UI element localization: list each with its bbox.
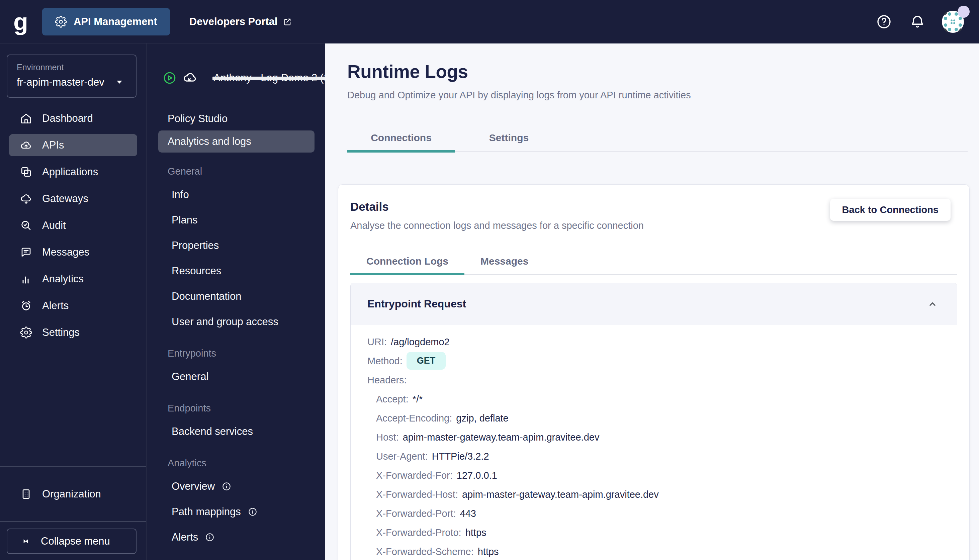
path-mappings-label: Path mappings xyxy=(172,506,241,518)
header-name: X-Forwarded-For: xyxy=(376,470,453,481)
api-menu-resources[interactable]: Resources xyxy=(147,258,325,284)
entrypoint-request-panel: Entrypoint Request URI:/ag/logdemo2 Meth… xyxy=(350,283,957,560)
sidebar-item-gateways[interactable]: Gateways xyxy=(0,185,146,212)
header-row: X-Forwarded-Proto:https xyxy=(367,523,957,542)
header-value: 127.0.0.1 xyxy=(457,470,497,481)
header-value: HTTPie/3.2.2 xyxy=(432,451,489,462)
chevron-up-icon[interactable] xyxy=(927,298,938,310)
collapse-icon xyxy=(20,536,32,547)
details-tabs: Connection Logs Messages xyxy=(350,248,957,275)
header-row: X-Forwarded-Scheme:https xyxy=(367,542,957,560)
api-menu-properties[interactable]: Properties xyxy=(147,233,325,258)
alerts-label: Alerts xyxy=(172,531,198,543)
api-menu-backend-services[interactable]: Backend services xyxy=(147,419,325,444)
tab-settings[interactable]: Settings xyxy=(455,125,563,151)
gravitee-logo[interactable]: g xyxy=(13,12,28,32)
audit-search-check-icon xyxy=(20,220,32,232)
sidebar-item-organization[interactable]: Organization xyxy=(0,467,146,521)
main-sidebar: Environment fr-apim-master-dev Dashboard… xyxy=(0,43,146,560)
user-avatar[interactable] xyxy=(942,10,964,33)
sidebar-item-label: Audit xyxy=(42,220,66,232)
entrypoint-request-header[interactable]: Entrypoint Request xyxy=(351,283,957,325)
environment-selector[interactable]: Environment fr-apim-master-dev xyxy=(7,55,137,98)
cloud-icon xyxy=(20,193,32,205)
info-icon xyxy=(205,532,215,542)
header-name: X-Forwarded-Port: xyxy=(376,508,456,519)
sidebar-item-analytics[interactable]: Analytics xyxy=(0,266,146,292)
api-management-button[interactable]: API Management xyxy=(42,8,170,35)
gear-icon xyxy=(20,327,32,338)
sidebar-item-label: Dashboard xyxy=(42,112,93,125)
organization-building-icon xyxy=(20,488,32,500)
tab-messages[interactable]: Messages xyxy=(464,248,544,274)
headers-label: Headers: xyxy=(367,375,407,385)
presence-badge xyxy=(957,6,970,18)
header-name: Accept: xyxy=(376,394,409,405)
sidebar-item-alerts[interactable]: Alerts xyxy=(0,292,146,319)
header-row: X-Forwarded-Host:apim-master-gateway.tea… xyxy=(367,485,957,504)
developers-portal-label: Developers Portal xyxy=(189,16,278,28)
api-menu-policy-studio[interactable]: Policy Studio xyxy=(147,108,325,130)
alarm-clock-icon xyxy=(20,300,32,312)
header-value: apim-master-gateway.team-apim.gravitee.d… xyxy=(462,489,659,500)
uri-label: URI: xyxy=(367,337,387,347)
collapse-menu-button[interactable]: Collapse menu xyxy=(7,528,137,554)
sidebar-item-audit[interactable]: Audit xyxy=(0,212,146,239)
cloud-unpublished-icon[interactable] xyxy=(183,71,197,85)
sidebar-item-settings[interactable]: Settings xyxy=(0,319,146,346)
environment-label: Environment xyxy=(17,63,127,72)
header-row: Accept-Encoding:gzip, deflate xyxy=(367,409,957,428)
api-menu-alerts[interactable]: Alerts xyxy=(147,525,325,550)
api-menu-plans[interactable]: Plans xyxy=(147,207,325,233)
applications-icon xyxy=(20,166,32,178)
sidebar-item-label: Alerts xyxy=(42,300,68,312)
api-menu-user-group-access[interactable]: User and group access xyxy=(147,309,325,335)
section-entrypoints: Entrypoints xyxy=(147,348,325,364)
header-row: Accept:*/* xyxy=(367,390,957,409)
external-link-icon xyxy=(283,17,292,27)
sidebar-item-apis[interactable]: APIs xyxy=(9,134,137,156)
overview-label: Overview xyxy=(172,480,215,492)
notifications-bell-icon[interactable] xyxy=(909,14,926,30)
api-menu-info[interactable]: Info xyxy=(147,182,325,207)
organization-label: Organization xyxy=(42,488,101,500)
tab-connections[interactable]: Connections xyxy=(347,125,455,151)
entrypoint-request-body: URI:/ag/logdemo2 Method:GET Headers: Acc… xyxy=(351,325,957,560)
sidebar-item-applications[interactable]: Applications xyxy=(0,158,146,185)
api-name-deleted: Anthony - Log Demo 2 (1) xyxy=(213,72,333,84)
start-api-icon[interactable] xyxy=(163,71,177,85)
runtime-logs-tabs: Connections Settings xyxy=(347,125,967,152)
details-card: Details Analyse the connection logs and … xyxy=(338,184,970,560)
method-row: Method:GET xyxy=(367,352,957,371)
section-endpoints: Endpoints xyxy=(147,403,325,419)
uri-value: /ag/logdemo2 xyxy=(391,337,450,347)
header-name: X-Forwarded-Scheme: xyxy=(376,546,474,557)
sidebar-item-messages[interactable]: Messages xyxy=(0,239,146,266)
uri-row: URI:/ag/logdemo2 xyxy=(367,333,957,352)
api-menu-entrypoints-general[interactable]: General xyxy=(147,364,325,389)
sidebar-item-dashboard[interactable]: Dashboard xyxy=(0,105,146,132)
header-row: X-Forwarded-For:127.0.0.1 xyxy=(367,466,957,485)
api-menu-analytics-and-logs[interactable]: Analytics and logs xyxy=(158,130,315,153)
header-value: 443 xyxy=(460,508,476,519)
api-menu-path-mappings[interactable]: Path mappings xyxy=(147,499,325,525)
api-menu-documentation[interactable]: Documentation xyxy=(147,284,325,309)
topbar: g API Management Developers Portal xyxy=(0,0,979,43)
header-row: Host:apim-master-gateway.team-apim.gravi… xyxy=(367,428,957,447)
bar-chart-icon xyxy=(20,273,32,285)
help-icon[interactable] xyxy=(876,14,892,30)
tab-connection-logs[interactable]: Connection Logs xyxy=(350,248,464,274)
section-general: General xyxy=(147,166,325,182)
method-badge: GET xyxy=(407,352,446,370)
gear-icon xyxy=(55,16,67,28)
caret-down-icon xyxy=(115,79,124,86)
header-row: X-Forwarded-Port:443 xyxy=(367,504,957,523)
sidebar-item-label: Settings xyxy=(42,327,80,338)
developers-portal-link[interactable]: Developers Portal xyxy=(189,16,292,28)
api-menu-overview[interactable]: Overview xyxy=(147,474,325,499)
header-name: User-Agent: xyxy=(376,451,428,462)
sidebar-nav: Dashboard APIs Applications Gateways xyxy=(0,105,146,346)
sidebar-item-label: APIs xyxy=(42,139,64,151)
back-to-connections-button[interactable]: Back to Connections xyxy=(830,199,951,221)
header-value: gzip, deflate xyxy=(456,413,508,423)
